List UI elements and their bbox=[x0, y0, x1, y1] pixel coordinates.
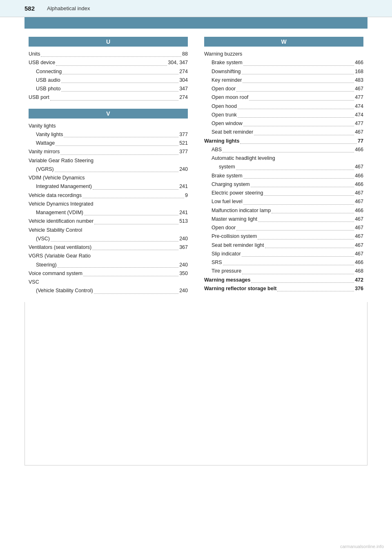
entry-label: Seat belt reminder bbox=[212, 128, 253, 137]
entry-connecting: Connecting 274 bbox=[29, 67, 188, 76]
entry-label: Low fuel level bbox=[212, 197, 243, 206]
entry-open-moon-roof: Open moon roof 477 bbox=[204, 93, 363, 102]
entry-auto-headlight-head: Automatic headlight leveling bbox=[204, 154, 363, 163]
dots bbox=[242, 256, 354, 257]
entry-units: Units 88 bbox=[29, 50, 188, 58]
entry-page: 304, 347 bbox=[168, 58, 188, 67]
left-column: U Units 88 USB device 304, 347 Connectin… bbox=[24, 37, 192, 302]
entry-label: USB device bbox=[29, 58, 55, 67]
entry-slip-indicator: Slip indicator 467 bbox=[204, 250, 363, 258]
dots bbox=[243, 204, 354, 205]
dots bbox=[249, 100, 354, 101]
dots bbox=[238, 109, 354, 109]
entry-vanity-lights: Vanity lights 377 bbox=[29, 130, 188, 139]
entry-label: Open window bbox=[212, 119, 243, 128]
entry-label: Key reminder bbox=[212, 76, 242, 85]
dots bbox=[62, 74, 178, 74]
section-w: W Warning buzzers Brake system 466 Downs… bbox=[204, 37, 363, 293]
entry-page: 467 bbox=[355, 232, 363, 241]
entry-label: Vanity lights bbox=[29, 122, 56, 130]
entry-usb-port: USB port 274 bbox=[29, 93, 188, 102]
entry-downshifting: Downshifting 168 bbox=[204, 67, 363, 76]
dots bbox=[254, 135, 354, 135]
dots bbox=[265, 248, 354, 248]
entry-label: system bbox=[219, 163, 235, 171]
entry-label: Voice command system bbox=[29, 269, 82, 278]
page-header: 582 Alphabetical index bbox=[0, 0, 392, 17]
dots bbox=[243, 178, 354, 179]
dots bbox=[264, 195, 354, 196]
entry-label: Brake system bbox=[212, 172, 243, 180]
entry-page: 88 bbox=[182, 50, 188, 58]
entry-tire-pressure: Tire pressure 468 bbox=[204, 267, 363, 275]
dots bbox=[82, 198, 184, 198]
section-header-v: V bbox=[29, 109, 188, 119]
dots bbox=[83, 276, 178, 276]
entry-voice-command: Voice command system 350 bbox=[29, 269, 188, 278]
dots bbox=[242, 274, 354, 274]
dots bbox=[251, 187, 354, 187]
entry-label: VSC bbox=[29, 278, 39, 286]
entry-brake-system-buzz: Brake system 466 bbox=[204, 58, 363, 67]
entry-label: Connecting bbox=[36, 67, 62, 76]
entry-label: Vehicle identification number bbox=[29, 217, 94, 226]
entry-vehicle-data-recordings: Vehicle data recordings 9 bbox=[29, 191, 188, 200]
dots bbox=[236, 91, 354, 92]
dots bbox=[41, 56, 181, 57]
entry-vehicle-stability-head: Vehicle Stability Control bbox=[29, 226, 188, 235]
entry-label: Open hood bbox=[212, 102, 237, 111]
entry-label: Vehicle data recordings bbox=[29, 191, 82, 200]
entry-vdim-integrated: Integrated Management) 241 bbox=[29, 182, 188, 191]
entry-page: 468 bbox=[355, 267, 363, 275]
entry-label: Pre-collision system bbox=[212, 232, 257, 241]
entry-page: 467 bbox=[355, 128, 363, 137]
entry-seat-belt-reminder-buzz: Seat belt reminder 467 bbox=[204, 128, 363, 137]
entry-label: Warning reflector storage belt bbox=[204, 284, 276, 293]
entry-vgrs-full-head: VGRS (Variable Gear Ratio bbox=[29, 252, 188, 260]
dots bbox=[236, 230, 354, 231]
dots bbox=[56, 145, 178, 146]
entry-page: 466 bbox=[355, 206, 363, 215]
entry-srs: SRS 466 bbox=[204, 258, 363, 267]
entry-page: 304 bbox=[179, 76, 188, 85]
entry-page: 240 bbox=[179, 235, 188, 243]
entry-label: Warning messages bbox=[204, 276, 250, 284]
entry-open-door-buzz: Open door 467 bbox=[204, 85, 363, 93]
entry-page: 466 bbox=[355, 172, 363, 180]
dots bbox=[243, 83, 354, 83]
entry-vdim-management: Management (VDIM) 241 bbox=[29, 208, 188, 217]
entry-label: Brake system bbox=[212, 58, 243, 67]
entry-vanity-mirrors: Vanity mirrors 377 bbox=[29, 148, 188, 156]
section-v: V Vanity lights Vanity lights 377 Wattag… bbox=[29, 109, 188, 295]
entry-page: 274 bbox=[179, 93, 188, 102]
entry-label: Master warning light bbox=[212, 215, 257, 224]
dots bbox=[55, 172, 178, 172]
entry-label: Tire pressure bbox=[212, 267, 241, 275]
entry-label: Slip indicator bbox=[212, 250, 241, 258]
entry-label: Units bbox=[29, 50, 40, 58]
entry-label: Open door bbox=[212, 224, 236, 232]
entry-warning-buzzers-head: Warning buzzers bbox=[204, 50, 363, 58]
entry-page: 466 bbox=[355, 180, 363, 189]
entry-label: Electric power steering bbox=[212, 189, 263, 197]
entry-label: Open trunk bbox=[212, 111, 237, 119]
entry-charging-system: Charging system 466 bbox=[204, 180, 363, 189]
entry-label: USB port bbox=[29, 93, 49, 102]
entry-open-door-light: Open door 467 bbox=[204, 224, 363, 232]
dots bbox=[56, 65, 167, 66]
entry-label: Automatic headlight leveling bbox=[212, 154, 275, 163]
entry-vanity-lights-head: Vanity lights bbox=[29, 122, 188, 130]
entry-vehicle-dynamics-head: Vehicle Dynamics Integrated bbox=[29, 200, 188, 208]
entry-usb-device: USB device 304, 347 bbox=[29, 58, 188, 67]
entry-label: Open moon roof bbox=[212, 93, 248, 102]
entry-label: Downshifting bbox=[212, 67, 241, 76]
entry-page: 466 bbox=[355, 258, 363, 267]
entry-label: Seat belt reminder light bbox=[212, 241, 264, 250]
entry-page: 477 bbox=[355, 119, 363, 128]
dots bbox=[272, 213, 354, 213]
dots bbox=[242, 74, 354, 74]
watermark: carmanualsonline.info bbox=[340, 544, 384, 549]
section-header-u: U bbox=[29, 37, 188, 47]
page-title: Alphabetical index bbox=[47, 5, 90, 11]
entry-page: 367 bbox=[179, 243, 188, 252]
